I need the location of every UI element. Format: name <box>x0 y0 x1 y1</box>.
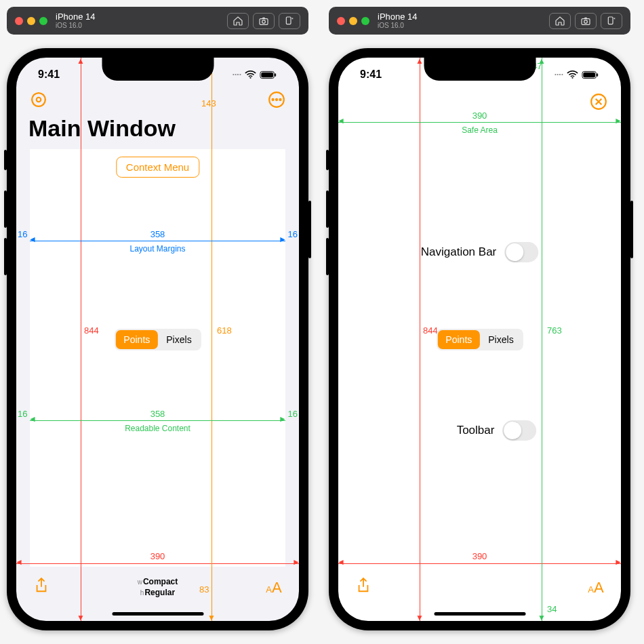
volume-up-button[interactable] <box>4 190 7 228</box>
mute-switch-icon <box>326 150 329 170</box>
toolbar-toggle[interactable] <box>502 420 536 441</box>
text-size-icon[interactable]: AA <box>264 579 284 597</box>
wifi-icon <box>567 71 578 79</box>
readable-label: Readable Content <box>125 424 190 433</box>
svg-point-3 <box>249 77 251 79</box>
svg-point-7 <box>32 94 45 107</box>
power-button[interactable] <box>630 201 633 258</box>
layout-margins-width: 358 <box>150 229 165 239</box>
minimize-dot-icon[interactable] <box>349 17 357 25</box>
simulator-b: iPhone 14 iOS 16.0 9:41 ···· <box>329 7 630 630</box>
size-class-label: wCompact hRegular <box>138 577 178 598</box>
ellipsis-icon: ···· <box>233 70 241 79</box>
volume-up-button[interactable] <box>326 190 329 228</box>
notch-icon <box>424 58 536 81</box>
home-button[interactable] <box>227 13 249 29</box>
svg-rect-15 <box>608 17 613 24</box>
segment-pixels[interactable]: Pixels <box>158 330 199 349</box>
toolbar-toggle-row: Toolbar <box>457 420 537 441</box>
gear-icon[interactable] <box>28 89 49 110</box>
safe-area-label: Safe Area <box>462 125 498 135</box>
minimize-dot-icon[interactable] <box>27 17 35 25</box>
layout-margins-right: 16 <box>288 229 298 239</box>
svg-rect-0 <box>260 18 268 24</box>
unit-segmented-control[interactable]: Points Pixels <box>114 329 201 350</box>
readable-width: 358 <box>150 409 165 419</box>
segment-pixels[interactable]: Pixels <box>480 330 521 349</box>
mute-switch-icon <box>4 150 7 170</box>
screen-height-guide <box>420 58 420 621</box>
svg-point-1 <box>262 20 266 23</box>
page-title: Main Window <box>28 115 176 142</box>
simulator-a: iPhone 14 iOS 16.0 9:41 ···· <box>7 7 308 630</box>
toolbar-toggle-label: Toolbar <box>457 424 495 437</box>
svg-rect-18 <box>583 73 595 77</box>
content-height-guide <box>212 58 212 621</box>
phone-frame: 9:41 ···· Main Window Context Menu 844 3… <box>7 48 308 630</box>
svg-point-16 <box>571 77 573 79</box>
svg-point-10 <box>273 99 274 100</box>
screenshot-button[interactable] <box>575 13 597 29</box>
battery-icon <box>582 71 599 79</box>
window-titlebar: iPhone 14 iOS 16.0 <box>329 7 630 35</box>
phone-screen: 9:41 ···· Main Window Context Menu 844 3… <box>16 58 299 621</box>
wifi-icon <box>245 71 256 79</box>
readable-left: 16 <box>18 409 27 419</box>
traffic-lights[interactable] <box>15 17 47 25</box>
status-time: 9:41 <box>360 68 382 81</box>
rotate-button[interactable] <box>601 13 622 29</box>
readable-right: 16 <box>288 409 298 419</box>
os-version: iOS 16.0 <box>56 22 96 29</box>
volume-down-button[interactable] <box>326 238 329 275</box>
zoom-dot-icon[interactable] <box>39 17 47 25</box>
svg-rect-5 <box>261 73 273 77</box>
navbar-toggle-label: Navigation Bar <box>421 245 497 259</box>
share-icon[interactable] <box>31 577 52 599</box>
navbar-toggle[interactable] <box>504 242 538 262</box>
notch-icon <box>102 58 214 81</box>
share-icon[interactable] <box>353 577 374 599</box>
power-button[interactable] <box>308 201 311 258</box>
context-menu-button[interactable]: Context Menu <box>116 157 199 178</box>
svg-rect-19 <box>597 73 598 77</box>
svg-rect-2 <box>286 17 291 24</box>
navbar-toggle-row: Navigation Bar <box>421 242 539 262</box>
screen-width-value: 390 <box>472 551 487 561</box>
home-button[interactable] <box>549 13 571 29</box>
phone-frame: 9:41 ···· 844 390 47 763 34 390 S <box>329 48 630 630</box>
home-indicator-icon[interactable] <box>434 612 525 616</box>
screen-width-guide <box>338 563 621 564</box>
svg-point-14 <box>584 20 588 23</box>
segment-points[interactable]: Points <box>115 330 158 349</box>
svg-point-12 <box>279 99 281 100</box>
volume-down-button[interactable] <box>4 238 7 275</box>
battery-icon <box>260 71 277 79</box>
device-name: iPhone 14 <box>56 12 96 22</box>
segment-points[interactable]: Points <box>437 330 480 349</box>
safe-height-value: 763 <box>547 325 562 336</box>
os-version: iOS 16.0 <box>378 22 418 29</box>
safe-area-width-guide <box>338 122 621 123</box>
layout-margins-label: Layout Margins <box>129 244 185 254</box>
svg-point-11 <box>276 99 277 100</box>
content-height-value: 618 <box>217 325 232 336</box>
home-indicator-icon[interactable] <box>112 612 203 616</box>
screen-height-value: 844 <box>84 325 99 336</box>
text-size-icon[interactable]: AA <box>586 579 606 597</box>
window-titlebar: iPhone 14 iOS 16.0 <box>7 7 308 35</box>
traffic-lights[interactable] <box>337 17 369 25</box>
rotate-button[interactable] <box>279 13 300 29</box>
title-block: iPhone 14 iOS 16.0 <box>378 12 418 29</box>
more-icon[interactable] <box>266 89 287 110</box>
safe-width-value: 390 <box>472 110 487 121</box>
title-block: iPhone 14 iOS 16.0 <box>56 12 96 29</box>
screenshot-button[interactable] <box>253 13 275 29</box>
layout-margins-guide <box>30 241 285 241</box>
close-icon[interactable] <box>588 92 609 112</box>
close-dot-icon[interactable] <box>337 17 345 25</box>
screen-height-guide <box>81 58 81 621</box>
zoom-dot-icon[interactable] <box>361 17 369 25</box>
unit-segmented-control[interactable]: Points Pixels <box>436 329 523 350</box>
screen-width-value: 390 <box>150 551 165 561</box>
close-dot-icon[interactable] <box>15 17 23 25</box>
